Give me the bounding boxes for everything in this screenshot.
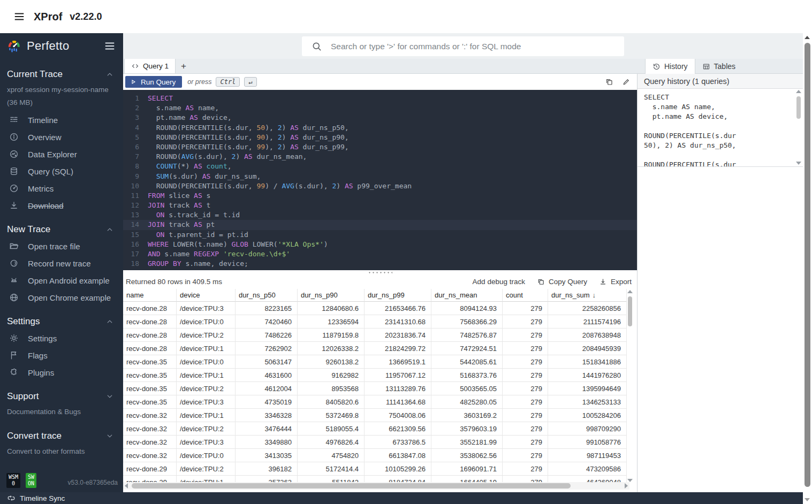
scroll-up-arrow-icon[interactable] xyxy=(627,290,633,293)
row-cell: 2084945939 xyxy=(548,342,627,355)
editor-results-splitter[interactable] xyxy=(123,270,637,274)
sidebar-item-timeline[interactable]: Timeline xyxy=(0,111,123,128)
top-bar: XProf v2.22.0 xyxy=(0,0,812,33)
editor-line-11[interactable]: 11FROM slice AS s xyxy=(123,191,637,201)
row-cell: 6621309.56 xyxy=(365,422,431,436)
sidebar-item-data-explorer[interactable]: Data Explorer xyxy=(0,146,123,163)
section-header-current-trace[interactable]: Current Trace xyxy=(0,66,123,82)
page-scroll-down-icon[interactable] xyxy=(805,498,810,501)
timeline-icon xyxy=(9,115,20,125)
sql-editor[interactable]: 1SELECT2 s.name AS name,3 pt.name AS dev… xyxy=(123,90,637,270)
column-header-dur-ns-p90[interactable]: dur_ns_p90 xyxy=(298,289,365,302)
section-header-settings[interactable]: Settings xyxy=(0,314,123,330)
tab-tables[interactable]: Tables xyxy=(695,59,742,74)
row-cell: 9162982 xyxy=(298,369,365,382)
timeline-sync-label[interactable]: Timeline Sync xyxy=(20,494,65,502)
edit-pencil-icon[interactable] xyxy=(622,78,631,86)
history-scroll-thumb[interactable] xyxy=(796,96,801,119)
section-title: Current Trace xyxy=(7,69,105,80)
scroll-right-arrow-icon[interactable] xyxy=(625,483,628,488)
section-header-new-trace[interactable]: New Trace xyxy=(0,222,123,238)
row-cell: 8953568 xyxy=(298,382,365,395)
table-vscroll-thumb[interactable] xyxy=(628,296,632,326)
history-scrollbar[interactable] xyxy=(795,90,802,165)
sidebar-item-overview[interactable]: Overview xyxy=(0,128,123,146)
history-scroll-up-icon[interactable] xyxy=(796,90,801,93)
scroll-left-arrow-icon[interactable] xyxy=(125,483,128,488)
column-header-device[interactable]: device xyxy=(177,289,236,302)
table-vertical-scrollbar[interactable] xyxy=(627,290,633,482)
sidebar-item-open-android-example[interactable]: Open Android example xyxy=(0,272,123,289)
editor-line-10[interactable]: 10 ROUND(PERCENTILE(s.dur, 99) / AVG(s.d… xyxy=(123,181,637,191)
column-header-count[interactable]: count xyxy=(503,289,548,302)
editor-line-13[interactable]: 13 ON s.track_id = t.id xyxy=(123,210,637,220)
sidebar-item-record-new-trace[interactable]: Record new trace xyxy=(0,255,123,272)
row-cell: 7482576.87 xyxy=(431,329,503,342)
line-code: AND s.name REGEXP 'recv-done.\d+$' xyxy=(148,249,290,259)
column-header-dur-ns-sum[interactable]: dur_ns_sum↓ xyxy=(548,289,627,302)
sidebar-item-plugins[interactable]: Plugins xyxy=(0,364,123,381)
search-input[interactable] xyxy=(331,42,624,51)
history-scroll-down-icon[interactable] xyxy=(796,162,801,165)
table-hscroll-thumb[interactable] xyxy=(132,483,571,488)
section-subtitle-convert-trace: Convert to other formats xyxy=(0,444,123,460)
tab-query-1[interactable]: Query 1 xyxy=(124,59,176,73)
info-icon xyxy=(9,132,20,142)
record-icon xyxy=(9,258,20,268)
editor-line-7[interactable]: 7 ROUND(AVG(s.dur), 2) AS dur_ns_mean, xyxy=(123,152,637,162)
editor-line-2[interactable]: 2 s.name AS name, xyxy=(123,103,637,113)
sidebar-item-open-chrome-example[interactable]: Open Chrome example xyxy=(0,289,123,306)
query-panel: Run Query or press Ctrl ↵ 1SELECT2 s.nam… xyxy=(123,74,637,492)
column-header-dur-ns-p50[interactable]: dur_ns_p50 xyxy=(236,289,298,302)
editor-line-17[interactable]: 17AND s.name REGEXP 'recv-done.\d+$' xyxy=(123,249,637,259)
section-header-convert-trace[interactable]: Convert trace xyxy=(0,428,123,444)
app-menu-icon[interactable] xyxy=(13,11,25,22)
line-number: 6 xyxy=(123,142,139,152)
sidebar-item-flags[interactable]: Flags xyxy=(0,347,123,364)
copy-query-button[interactable]: Copy Query xyxy=(537,278,587,286)
line-number: 13 xyxy=(123,210,139,220)
copy-icon[interactable] xyxy=(605,78,613,86)
copy-query-icon xyxy=(537,278,545,286)
editor-line-1[interactable]: 1SELECT xyxy=(123,94,637,103)
sidebar-item-open-trace-file[interactable]: Open trace file xyxy=(0,238,123,255)
run-query-button[interactable]: Run Query xyxy=(125,76,182,88)
query-history-entry[interactable]: SELECT s.name AS name, pt.name AS device… xyxy=(638,89,803,167)
add-query-tab-button[interactable]: + xyxy=(176,59,192,73)
editor-line-3[interactable]: 3 pt.name AS device, xyxy=(123,113,637,123)
page-scroll-up-icon[interactable] xyxy=(805,36,810,39)
line-number: 2 xyxy=(123,103,139,113)
page-scroll-thumb[interactable] xyxy=(805,43,810,487)
section-header-support[interactable]: Support xyxy=(0,388,123,404)
editor-line-18[interactable]: 18GROUP BY s.name, device; xyxy=(123,259,637,269)
splitter-grip-icon xyxy=(368,272,392,273)
editor-line-9[interactable]: 9 SUM(s.dur) AS dur_ns_sum, xyxy=(123,172,637,181)
editor-line-8[interactable]: 8 COUNT(*) AS count, xyxy=(123,162,637,171)
editor-line-15[interactable]: 15 ON t.parent_id = pt.id xyxy=(123,230,637,240)
row-cell: 279 xyxy=(503,395,548,409)
editor-line-4[interactable]: 4 ROUND(PERCENTILE(s.dur, 50), 2) AS dur… xyxy=(123,123,637,133)
sidebar-item-settings[interactable]: Settings xyxy=(0,330,123,347)
editor-line-5[interactable]: 5 ROUND(PERCENTILE(s.dur, 90), 2) AS dur… xyxy=(123,133,637,142)
sidebar-item-label: Metrics xyxy=(28,184,54,193)
column-header-dur-ns-p99[interactable]: dur_ns_p99 xyxy=(365,289,431,302)
sidebar-menu-icon[interactable] xyxy=(104,40,116,52)
sidebar-item-query-sql[interactable]: Query (SQL) xyxy=(0,163,123,180)
editor-line-6[interactable]: 6 ROUND(PERCENTILE(s.dur, 99), 2) AS dur… xyxy=(123,142,637,152)
add-debug-track-button[interactable]: Add debug track xyxy=(473,278,525,286)
page-vertical-scrollbar[interactable] xyxy=(803,33,812,504)
editor-line-14[interactable]: 14JOIN track AS pt xyxy=(123,220,637,230)
tab-history[interactable]: History xyxy=(645,59,695,74)
editor-line-16[interactable]: 16WHERE LOWER(t.name) GLOB LOWER('*XLA O… xyxy=(123,240,637,249)
right-panel-tabs: History Tables xyxy=(645,59,742,74)
row-cell: /device:TPU:1 xyxy=(177,409,236,422)
sidebar-item-download[interactable]: Download xyxy=(0,197,123,214)
editor-line-12[interactable]: 12JOIN track AS t xyxy=(123,201,637,210)
table-horizontal-scrollbar[interactable] xyxy=(123,482,629,490)
row-cell: /device:TPU:0 xyxy=(177,315,236,329)
column-header-dur-ns-mean[interactable]: dur_ns_mean xyxy=(431,289,503,302)
row-name-cell: recv-done.35 xyxy=(123,395,177,409)
sidebar-item-metrics[interactable]: Metrics xyxy=(0,180,123,197)
export-button[interactable]: Export xyxy=(599,278,632,286)
column-header-name[interactable]: name xyxy=(123,289,177,302)
